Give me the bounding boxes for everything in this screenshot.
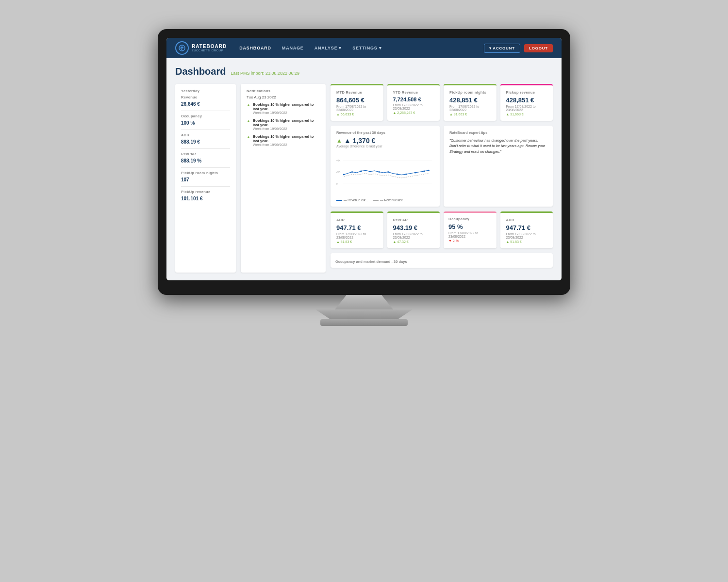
nav-settings[interactable]: SETTINGS ▾ (351, 44, 382, 52)
adr-mid-card: ADR 947.71 € From 17/08/2022 to 23/08/20… (500, 211, 553, 248)
monitor-bezel: RATEBOARD ZUCCHETTI GROUP DASHBOARD MANA… (158, 29, 570, 295)
svg-point-9 (351, 171, 353, 173)
revenue-chart-svg: 40K 20K 0 (336, 151, 434, 194)
last-import: Last PMS import: 23.08.2022 06:29 (231, 71, 299, 76)
svg-point-11 (369, 171, 371, 172)
logo-area: RATEBOARD ZUCCHETTI GROUP (175, 41, 227, 55)
adr-bottom-card: ADR 947.71 € From 17/08/2022 to 23/08/20… (331, 211, 383, 248)
nav-links: DASHBOARD MANAGE ANALYSE ▾ SETTINGS ▾ (238, 44, 483, 52)
bottom-metrics: ADR 947.71 € From 17/08/2022 to 23/08/20… (331, 211, 553, 248)
svg-point-12 (379, 171, 380, 173)
nav-analyse[interactable]: ANALYSE ▾ (314, 44, 343, 52)
monitor-stand-top (335, 295, 393, 309)
chart-legend: — Revenue cur... --- Revenue last... (336, 198, 434, 202)
logo-text: RATEBOARD ZUCCHETTI GROUP (192, 44, 227, 52)
nav-dashboard[interactable]: DASHBOARD (238, 44, 272, 52)
mtd-revenue-card: MTD Revenue 864,605 € From 17/08/2022 to… (331, 84, 383, 121)
notif-item-1: ▲ Bookings 10 % higher compared to last … (247, 102, 320, 114)
notif-item-2: ▲ Bookings 10 % higher compared to last … (247, 118, 320, 130)
revenue-chart-card: Revenue of the past 30 days ▲ ▲ 1,370 € … (331, 126, 440, 207)
svg-point-15 (405, 174, 407, 175)
notifications-card: Notifications Tue Aug 23 2022 ▲ Bookings… (241, 84, 326, 273)
navbar: RATEBOARD ZUCCHETTI GROUP DASHBOARD MANA… (166, 38, 562, 58)
svg-point-18 (428, 170, 430, 171)
yesterday-card: Yesterday Revenue 26,646 € Occupancy 100… (175, 84, 236, 273)
page-title: Dashboard (175, 66, 226, 77)
svg-point-16 (414, 172, 416, 173)
svg-text:20K: 20K (336, 171, 341, 173)
svg-point-14 (397, 174, 398, 175)
nav-manage[interactable]: MANAGE (281, 44, 305, 52)
occ-demand-bar: Occupancy and market demand - 30 days (331, 253, 553, 268)
monitor-wrapper: RATEBOARD ZUCCHETTI GROUP DASHBOARD MANA… (158, 29, 570, 326)
pickup-room-nights-card: PickUp room nights 428,851 € From 17/08/… (444, 84, 496, 121)
notifications-label: Notifications (247, 89, 320, 93)
main-content: Dashboard Last PMS import: 23.08.2022 06… (166, 58, 562, 280)
notif-item-3: ▲ Bookings 10 % higher compared to last … (247, 134, 320, 146)
monitor-base-plate (320, 319, 408, 326)
pickup-revenue-card: Pickup revenue 428,851 € From 17/08/2022… (500, 84, 553, 121)
revenue-section: Revenue 26,646 € (181, 95, 230, 107)
expert-tips-card: RateBoard expert-tips "Customer behaviou… (444, 126, 553, 207)
page-header: Dashboard Last PMS import: 23.08.2022 06… (175, 66, 553, 77)
monitor-stand-base (315, 309, 413, 319)
svg-text:0: 0 (336, 183, 338, 185)
logo-icon (175, 41, 189, 55)
revpar-bottom-card: RevPAR 943.19 € From 17/08/2022 to 23/08… (387, 211, 440, 248)
svg-point-10 (360, 170, 362, 172)
svg-point-8 (343, 174, 345, 175)
right-col: MTD Revenue 864,605 € From 17/08/2022 to… (331, 84, 553, 268)
top-metrics: MTD Revenue 864,605 € From 17/08/2022 to… (331, 84, 553, 121)
account-button[interactable]: ▾ ACCOUNT (484, 44, 520, 53)
logout-button[interactable]: LOGOUT (524, 44, 553, 52)
monitor-screen: RATEBOARD ZUCCHETTI GROUP DASHBOARD MANA… (166, 38, 562, 280)
ytd-revenue-card: YTD Revenue 7,724,508 € From 17/08/2022 … (387, 84, 440, 121)
nav-right: ▾ ACCOUNT LOGOUT (484, 44, 553, 53)
svg-point-13 (387, 171, 389, 173)
svg-point-17 (423, 170, 425, 172)
occupancy-mid-card: Occupancy 95 % From 17/08/2022 to 23/08/… (444, 211, 496, 248)
svg-line-1 (181, 48, 182, 50)
mid-section: Revenue of the past 30 days ▲ ▲ 1,370 € … (331, 126, 553, 207)
yesterday-label: Yesterday (181, 89, 230, 93)
svg-text:40K: 40K (336, 160, 341, 162)
